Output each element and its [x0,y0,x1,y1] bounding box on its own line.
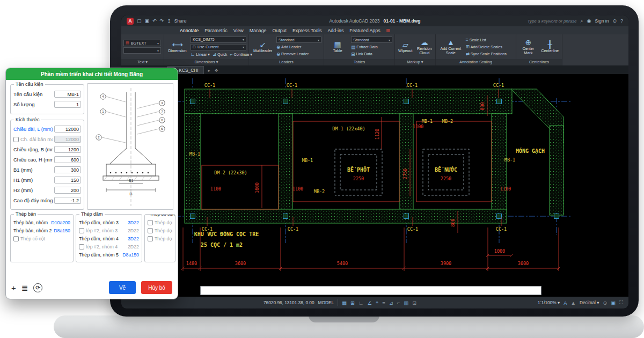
centerline-button[interactable]: ╂ Centerline [540,41,560,53]
field-value[interactable]: D8a150 [122,252,139,258]
ribbon-tab-annotate[interactable]: Annotate [180,28,199,33]
autocad-logo-icon[interactable]: A [127,18,134,25]
field-value[interactable]: 200 [54,187,81,194]
new-tab-icon[interactable]: ▸ [208,68,210,74]
dimensions-panel-label[interactable]: Dimensions ▾ [164,59,248,65]
ribbon-tab-output[interactable]: Output [272,28,286,33]
add-icon[interactable]: + [11,284,16,292]
text-panel-label[interactable]: Text ▾ [121,59,164,65]
cancel-button[interactable]: Hủy bỏ [141,281,172,294]
ribbon-tab-express-tools[interactable]: Express Tools [292,28,322,33]
add-delete-scales-button[interactable]: ⊞Add/Delete Scales [466,44,514,50]
clean-screen-icon[interactable]: ⛶ [619,299,623,306]
field-value[interactable]: 1 [54,101,81,108]
object-snap-tracking-icon[interactable]: ⊿ [389,300,393,306]
extract-data-button[interactable]: ▤Extract Data [351,44,392,50]
user-icon[interactable]: ◉ [587,18,591,24]
annotation-visibility-icon[interactable]: A [564,300,567,306]
field-value[interactable]: 600 [54,156,81,163]
checkbox[interactable] [13,236,19,241]
revision-cloud-button[interactable]: ☁ Revision Cloud [416,39,433,55]
field-label[interactable]: Chiều dài, L (mm) [13,127,53,132]
model-space-button[interactable]: MODEL [318,300,334,305]
help-icon[interactable]: ? [620,18,623,24]
field-value[interactable]: 1200 [54,146,81,153]
add-leader-button[interactable]: ⊕Add Leader [276,44,321,50]
polar-tracking-icon[interactable]: ∠ [367,300,372,306]
units-control[interactable]: Decimal ▾ [580,300,599,305]
checkbox[interactable] [79,228,84,233]
sign-in-button[interactable]: Sign in [595,18,609,24]
checkbox[interactable] [79,244,84,249]
multileader-button[interactable]: ↙ Multileader [251,41,274,53]
search-icon[interactable]: ⌕ [581,18,583,24]
selection-cycling-icon[interactable]: ⊡ [412,300,416,306]
annotation-monitor-icon[interactable]: ▣ [611,300,616,306]
workspace-gear-icon[interactable]: ⊙ [603,300,607,306]
dynamic-input-icon[interactable]: ⌐ [397,300,400,306]
grid-icon[interactable]: ▦ [342,300,347,306]
field-value[interactable]: 12000 [54,126,81,133]
autoscale-icon[interactable]: ▲ [571,300,576,306]
dimension-button[interactable]: ⟷ Dimension [166,41,188,53]
link-data-button[interactable]: ⊞Link Data [351,51,392,57]
ortho-icon[interactable]: ∟ [358,300,363,306]
search-hint[interactable]: Type a keyword or phrase [528,19,577,24]
share-label[interactable]: Share [174,18,187,24]
annotation-scale-control[interactable]: 1:1/100% ▾ [538,300,560,305]
checkbox[interactable] [148,220,153,225]
field-value[interactable]: 150 [54,177,81,183]
undo-icon[interactable]: ↶ [152,18,157,24]
field-value[interactable]: 3D22 [128,236,139,241]
table-button[interactable]: ▦ Table [326,41,349,53]
new-file-icon[interactable]: ▢ [137,18,142,24]
cad-viewport[interactable]: CC-1CC-1CC-1CC-1CC-1CC-1CC-1CC-1MB-1MB-1… [121,74,628,285]
field-value[interactable]: MB-1 [54,91,81,98]
list-icon[interactable]: ≣ [21,284,28,292]
leaders-panel-label[interactable]: Leaders [249,59,324,65]
field-value[interactable]: -1.2 [54,197,81,204]
snap-icon[interactable]: ⊞ [350,300,355,306]
draw-button[interactable]: Vẽ [109,281,136,294]
field-value[interactable]: D8a150 [54,228,70,233]
ribbon-tab-manage[interactable]: Manage [250,28,267,33]
save-icon[interactable]: ▣ [145,18,150,24]
linear-button[interactable]: ∟Linear ▾ [191,52,210,57]
command-line-input[interactable] [200,286,541,295]
text-style-dropdown[interactable]: ▤BGTEXT▾ [123,40,161,46]
annotation-scaling-panel-label[interactable]: Annotation Scaling [436,59,516,65]
add-current-scale-button[interactable]: ▲ Add Current Scale [438,39,464,55]
lineweight-icon[interactable]: ≡ [382,300,385,306]
ribbon-tab-add-ins[interactable]: Add-ins [328,28,344,33]
ribbon-tab-parametric[interactable]: Parametric [204,28,228,33]
sync-scale-positions-button[interactable]: ⇄Sync Scale Positions [466,51,514,57]
remove-leader-button[interactable]: ⊖Remove Leader [276,51,321,57]
field-value[interactable]: 2D22 [128,228,139,233]
refresh-icon[interactable]: ⟳ [33,283,42,292]
tab-menu-icon[interactable]: ❖ [215,68,218,74]
markup-panel-label[interactable]: Markup ▾ [395,59,435,65]
wipeout-button[interactable]: ▱ Wipeout [397,41,414,53]
ribbon-tab-view[interactable]: View [233,28,244,33]
field-value[interactable]: 3D22 [128,220,139,225]
redo-icon[interactable]: ↷ [160,18,164,24]
text-height-dropdown[interactable]: ▾ [123,47,161,54]
centerlines-panel-label[interactable]: Centerlines [516,59,562,65]
center-mark-button[interactable]: ⊕ Center Mark [518,39,538,55]
dim-layer-dropdown[interactable]: ⊟Use Current▾ [191,44,246,50]
field-value[interactable]: 300 [54,166,81,173]
checkbox[interactable] [148,236,153,241]
field-value[interactable]: D10a200 [51,220,70,225]
transparency-icon[interactable]: ▥ [404,300,408,306]
apps-icon[interactable]: ⊙ [612,18,617,24]
osnap-icon[interactable]: ⌖ [376,299,378,306]
field-value[interactable]: 2D22 [128,244,139,249]
table-style-dropdown[interactable]: Standard▾ [351,36,392,43]
quick-button[interactable]: ⊿Quick [213,52,228,57]
share-icon[interactable]: ↥ [167,18,171,24]
scale-list-button[interactable]: ≡Scale List [466,37,514,43]
dialog-title[interactable]: Phần mềm triển khai chi tiết Móng Băng [6,68,178,80]
checkbox[interactable] [148,228,153,233]
leader-style-dropdown[interactable]: Standard▾ [276,36,321,43]
tables-panel-label[interactable]: Tables [324,59,394,65]
